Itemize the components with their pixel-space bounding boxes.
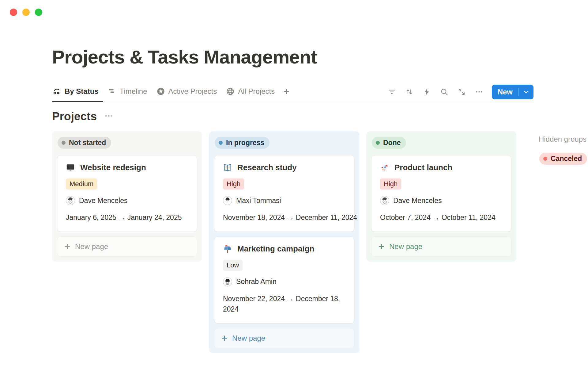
column-done: Done bbox=[366, 131, 516, 262]
search-icon[interactable] bbox=[440, 88, 448, 96]
timeline-icon bbox=[108, 87, 116, 96]
group-pill-in-progress[interactable]: In progress bbox=[215, 137, 270, 149]
card-title: Product launch bbox=[394, 163, 452, 172]
avatar bbox=[66, 196, 75, 205]
tabbar-spacer bbox=[293, 82, 387, 102]
new-button-label[interactable]: New bbox=[492, 88, 518, 96]
new-page-button[interactable]: New page bbox=[371, 236, 511, 257]
group-pill-not-started[interactable]: Not started bbox=[58, 137, 111, 149]
add-view-button[interactable] bbox=[279, 82, 293, 102]
avatar bbox=[223, 277, 232, 286]
card-product-launch[interactable]: Product launch High Dave M bbox=[371, 155, 511, 232]
group-label: Not started bbox=[69, 139, 106, 147]
tab-timeline[interactable]: Timeline bbox=[103, 82, 152, 102]
new-page-button[interactable]: New page bbox=[214, 328, 354, 348]
new-page-button[interactable]: New page bbox=[57, 236, 197, 257]
plus-icon bbox=[378, 243, 385, 250]
plus-icon bbox=[64, 243, 71, 250]
group-label: Done bbox=[383, 139, 401, 147]
more-icon[interactable] bbox=[475, 88, 483, 96]
card-title: Marketing campaign bbox=[237, 244, 314, 254]
automation-icon[interactable] bbox=[423, 88, 431, 96]
tab-active-projects[interactable]: Active Projects bbox=[152, 82, 222, 102]
tab-all-projects[interactable]: All Projects bbox=[221, 82, 279, 102]
avatar bbox=[223, 196, 232, 205]
priority-badge: High bbox=[223, 178, 244, 190]
avatar bbox=[380, 196, 389, 205]
card-marketing-campaign[interactable]: Marketing campaign Low Soh bbox=[214, 236, 354, 324]
kanban-board: Not started Website redesign bbox=[52, 131, 588, 353]
status-dot bbox=[62, 141, 66, 145]
filter-icon[interactable] bbox=[388, 88, 396, 96]
tab-label: By Status bbox=[65, 87, 99, 96]
sort-icon[interactable] bbox=[405, 88, 413, 96]
status-icon bbox=[53, 87, 61, 96]
new-page-label: New page bbox=[75, 242, 108, 251]
hidden-groups-rail: Hidden groups Canceled bbox=[539, 131, 587, 167]
group-label: In progress bbox=[226, 139, 264, 147]
mailbox-emoji bbox=[223, 244, 232, 253]
plus-icon bbox=[221, 335, 228, 342]
page-title: Projects & Tasks Management bbox=[52, 46, 588, 68]
rocket-emoji bbox=[380, 163, 389, 172]
group-label: Canceled bbox=[551, 155, 582, 163]
date-range: November 18, 2024 → December 11, 2024 bbox=[223, 212, 347, 223]
tab-by-status[interactable]: By Status bbox=[52, 82, 103, 102]
column-not-started: Not started Website redesign bbox=[52, 131, 202, 262]
assignee-name: Maxi Tommasi bbox=[236, 197, 281, 205]
section-title: Projects bbox=[52, 110, 97, 123]
tab-label: All Projects bbox=[238, 87, 275, 96]
plus-icon bbox=[282, 87, 290, 97]
assignee-name: Dave Menceles bbox=[79, 197, 128, 205]
priority-badge: Medium bbox=[66, 178, 97, 190]
zoom-window-button[interactable] bbox=[35, 9, 42, 16]
date-range: January 6, 2025 → January 24, 2025 bbox=[66, 212, 190, 223]
card-title: Research study bbox=[237, 163, 297, 172]
tab-label: Timeline bbox=[120, 87, 147, 96]
assignee-name: Dave Menceles bbox=[393, 197, 442, 205]
date-range: November 22, 2024 → December 18, 2024 bbox=[223, 293, 342, 315]
new-page-label: New page bbox=[232, 334, 265, 343]
expand-icon[interactable] bbox=[458, 88, 466, 96]
globe-icon bbox=[226, 87, 235, 96]
tab-label: Active Projects bbox=[168, 87, 217, 96]
window-controls bbox=[10, 9, 42, 16]
date-range: October 7, 2024 → October 11, 2024 bbox=[380, 212, 504, 223]
priority-badge: Low bbox=[223, 260, 243, 271]
page-content: Projects & Tasks Management By Status bbox=[52, 46, 588, 353]
star-circle-icon bbox=[156, 87, 165, 96]
card-title: Website redesign bbox=[80, 163, 146, 172]
view-tab-bar: By Status Timeline Active Projects bbox=[52, 82, 533, 102]
new-button[interactable]: New bbox=[492, 85, 533, 99]
hidden-groups-label: Hidden groups bbox=[539, 135, 587, 144]
close-window-button[interactable] bbox=[10, 9, 17, 16]
group-pill-canceled[interactable]: Canceled bbox=[539, 153, 587, 165]
assignee-name: Sohrab Amin bbox=[236, 278, 277, 286]
new-page-label: New page bbox=[389, 242, 422, 251]
section-header: Projects bbox=[52, 109, 588, 125]
open-book-emoji bbox=[223, 163, 232, 172]
minimize-window-button[interactable] bbox=[22, 9, 30, 16]
desktop-computer-emoji bbox=[66, 163, 75, 172]
status-dot bbox=[543, 157, 547, 161]
card-website-redesign[interactable]: Website redesign Medium Da bbox=[57, 155, 197, 232]
status-dot bbox=[376, 141, 380, 145]
chevron-down-icon[interactable] bbox=[519, 89, 533, 95]
priority-badge: High bbox=[380, 178, 401, 190]
card-research-study[interactable]: Research study High Maxi Tommasi bbox=[214, 155, 354, 232]
column-in-progress: In progress Research study High bbox=[209, 131, 359, 353]
section-more-icon[interactable] bbox=[104, 111, 113, 122]
status-dot bbox=[219, 141, 223, 145]
group-pill-done[interactable]: Done bbox=[372, 137, 406, 149]
view-toolbar bbox=[388, 82, 483, 102]
